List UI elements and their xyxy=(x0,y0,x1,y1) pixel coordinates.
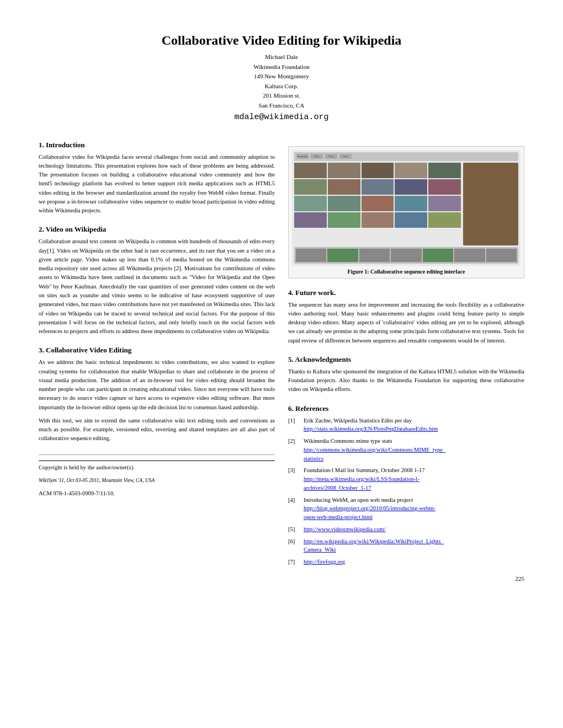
ref-2-link[interactable]: http://commons.wikimedia.org/wiki/Common… xyxy=(304,447,445,462)
section-6-heading: 6. References xyxy=(288,404,524,413)
ref-6-link[interactable]: http://en.wikipedia.org/wiki/Wikipedia:W… xyxy=(304,538,444,553)
sim-thumb-17 xyxy=(328,212,360,228)
author-addr2: 201 Mission st. xyxy=(39,91,524,101)
sim-thumb-10 xyxy=(428,179,461,195)
section-4-body: The sequencer has many area for improvem… xyxy=(288,301,524,345)
section-2-heading: 2. Video on Wikipedia xyxy=(39,225,275,234)
sim-track-3 xyxy=(359,249,390,262)
sim-track-7 xyxy=(486,249,517,262)
sim-thumb-4 xyxy=(395,163,427,178)
references-list: [1] Erik Zachte, Wikipedia Statistics Ed… xyxy=(288,416,524,566)
footer-acm: ACM 978-1-4503-0909-7/11/10. xyxy=(39,489,275,498)
ref-3-link[interactable]: http://meta.wikimedia.org/wiki/LSS/found… xyxy=(304,476,419,491)
sim-btn-sequence: Sequence xyxy=(296,154,309,159)
ref-4-num: [4] xyxy=(288,496,295,505)
sim-thumb-13 xyxy=(362,196,394,211)
section-2-body: Collaboration around text content on Wik… xyxy=(39,237,275,336)
ref-1-link[interactable]: http://stats.wikimedia.org/EN/PlotsPngDa… xyxy=(304,426,438,432)
sim-thumb-7 xyxy=(328,179,360,195)
ref-7-num: [7] xyxy=(288,558,295,566)
sim-thumb-5 xyxy=(428,163,461,178)
ref-3-text: Foundation-l Mail list Summary, October … xyxy=(304,467,425,473)
ref-1-text: Erik Zachte, Wikipedia Statistics Edits … xyxy=(304,417,412,424)
author-org2: Kaltura Corp. xyxy=(39,82,524,92)
section-5-heading: 5. Acknowledgments xyxy=(288,355,524,364)
sim-thumb-14 xyxy=(395,196,427,211)
author-addr1: 149 New Montgomery xyxy=(39,72,524,82)
section-5-body: Thanks to Kaltura who sponsored the inte… xyxy=(288,367,524,394)
sim-btn-info: Info xyxy=(339,154,352,159)
ref-2: [2] Wikimedia Commons mime type stats ht… xyxy=(288,437,524,463)
ref-3: [3] Foundation-l Mail list Summary, Octo… xyxy=(288,466,524,492)
sim-track-5 xyxy=(423,249,453,262)
ref-1: [1] Erik Zachte, Wikipedia Statistics Ed… xyxy=(288,416,524,434)
section-1-body: Collaborative video for Wikipedia faces … xyxy=(39,153,275,216)
sim-featured-image xyxy=(463,163,518,245)
ref-1-num: [1] xyxy=(288,416,295,425)
ref-6-num: [6] xyxy=(288,537,295,546)
ref-5-link[interactable]: http://www.videoonwikipedia.com/ xyxy=(304,526,386,532)
sim-thumb-19 xyxy=(395,212,427,228)
author-city: San Francisco, CA xyxy=(39,101,524,111)
ref-2-text: Wikimedia Commons mime type stats xyxy=(304,438,392,444)
sim-thumb-15 xyxy=(428,196,461,211)
section-4-heading: 4. Future work. xyxy=(288,288,524,297)
figure-image: Sequence Edit View Info xyxy=(292,150,520,266)
ref-2-num: [2] xyxy=(288,437,295,446)
ref-5-num: [5] xyxy=(288,525,295,534)
figure-caption: Figure 1: Collaborative sequence editing… xyxy=(292,269,520,275)
author-name: Michael Dale xyxy=(39,52,524,62)
sim-thumb-11 xyxy=(294,196,327,211)
section-1-heading: 1. Introduction xyxy=(39,141,275,149)
sim-thumb-12 xyxy=(328,196,360,211)
ref-4-text: Introducing WebM, an open web media proj… xyxy=(304,497,413,503)
sim-track-6 xyxy=(454,249,485,262)
ref-5: [5] http://www.videoonwikipedia.com/ xyxy=(288,525,524,534)
ref-7: [7] http://firefogg.org xyxy=(288,558,524,566)
footer-notes: Copyright is held by the author/owner(s)… xyxy=(39,454,275,498)
sim-thumb-9 xyxy=(395,179,427,195)
sim-thumb-2 xyxy=(328,163,360,178)
figure-box: Sequence Edit View Info xyxy=(288,146,524,279)
ref-7-link[interactable]: http://firefogg.org xyxy=(304,559,345,565)
sim-track-1 xyxy=(296,249,326,262)
ref-6: [6] http://en.wikipedia.org/wiki/Wikiped… xyxy=(288,537,524,555)
author-block: Michael Dale Wikimedia Foundation 149 Ne… xyxy=(39,52,524,124)
sim-thumb-8 xyxy=(362,179,394,195)
section-3-body1: As we address the basic technical impedi… xyxy=(39,358,275,412)
sim-timeline-track xyxy=(294,247,518,264)
sim-thumb-16 xyxy=(294,212,327,228)
sim-thumb-6 xyxy=(294,179,327,195)
right-column: Sequence Edit View Info xyxy=(288,141,524,570)
footer-copyright: Copyright is held by the author/owner(s)… xyxy=(39,463,275,472)
sim-track-4 xyxy=(391,249,421,262)
author-email: mdale@wikimedia.org xyxy=(39,111,524,124)
author-org1: Wikimedia Foundation xyxy=(39,62,524,72)
sim-thumb-3 xyxy=(362,163,394,178)
sim-track-2 xyxy=(327,249,358,262)
sim-thumb-18 xyxy=(362,212,394,228)
sim-thumb-20 xyxy=(428,212,461,228)
section-3-body2: With this tool, we aim to extend the sam… xyxy=(39,416,275,443)
footer-wikisym: WikiSym '11, Oct 03-05 2011, Mountain Vi… xyxy=(39,477,275,485)
ref-4-link[interactable]: http://blog.webmproject.org/2010/05/intr… xyxy=(304,505,435,520)
ref-4: [4] Introducing WebM, an open web media … xyxy=(288,496,524,522)
page-number: 225 xyxy=(39,575,524,582)
left-column: 1. Introduction Collaborative video for … xyxy=(39,141,275,570)
sim-btn-view: View xyxy=(325,154,337,159)
section-3-heading: 3. Collaborative Video Editing xyxy=(39,346,275,355)
page-title: Collaborative Video Editing for Wikipedi… xyxy=(39,33,524,48)
ref-3-num: [3] xyxy=(288,466,295,475)
sim-thumb-1 xyxy=(294,163,327,178)
sim-btn-edit: Edit xyxy=(311,154,323,159)
